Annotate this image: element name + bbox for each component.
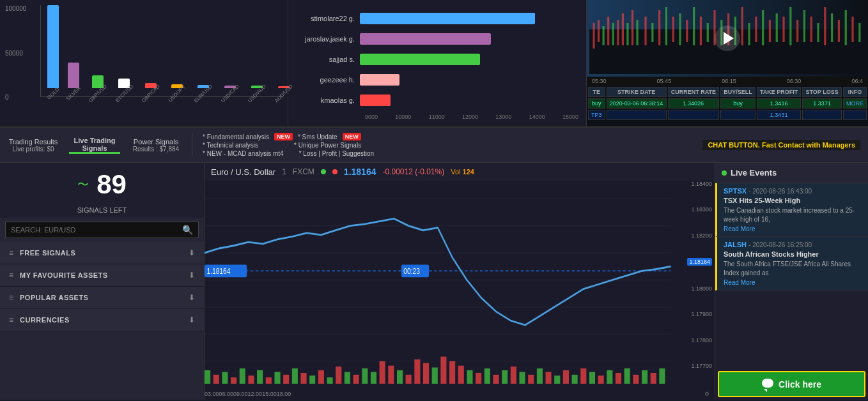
svg-rect-11 — [644, 17, 646, 45]
svg-rect-27 — [755, 17, 757, 42]
chart-vol: Vol 124 — [451, 168, 474, 176]
svg-rect-95 — [589, 372, 595, 384]
svg-rect-74 — [406, 375, 412, 384]
arrow-icon-fav: ⬇ — [189, 271, 195, 280]
hbar-track — [360, 33, 578, 45]
event-ticker-jalsh: JALSH - 2020-08-26 16:25:00 — [724, 241, 862, 248]
sidebar-item-popular[interactable]: ≡ POPULAR ASSETS ⬇ — [0, 287, 204, 309]
svg-rect-12 — [651, 23, 653, 42]
svg-rect-9 — [632, 10, 633, 45]
chart-y-axis: 1.18400 1.18300 1.18200 1.18164 1.18000 … — [676, 181, 715, 369]
feature-loss: * Loss | Profit | Suggestion — [299, 150, 374, 157]
bar-item: BTC/USD — [113, 79, 136, 96]
svg-rect-90 — [546, 372, 552, 384]
svg-rect-1 — [593, 23, 594, 49]
svg-rect-98 — [616, 373, 621, 384]
svg-rect-33 — [796, 20, 798, 42]
chart-settings-icon[interactable]: ⚙ — [704, 391, 709, 397]
chat-banner[interactable]: CHAT BUTTON. Fast Contact with Managers — [702, 140, 860, 150]
svg-rect-68 — [353, 375, 359, 384]
svg-rect-60 — [283, 375, 289, 384]
bar-item: GBP/CAD — [139, 83, 162, 96]
svg-rect-38 — [831, 13, 833, 42]
svg-rect-52 — [213, 375, 219, 384]
search-bar[interactable]: 🔍 — [5, 222, 199, 238]
svg-rect-61 — [292, 368, 298, 384]
bar-item: GOLD — [46, 5, 61, 96]
hbar-row: jaroslav.jasek g. — [296, 32, 578, 46]
svg-rect-85 — [502, 370, 508, 384]
svg-rect-77 — [432, 368, 438, 384]
event-body-sptsx: The Canadian stock market increased to a… — [724, 206, 862, 224]
signal-table-row: buy 2020-03-06 06:38:14 1.34026 buy 1.34… — [588, 98, 867, 109]
new-badge-2: NEW — [343, 133, 361, 140]
top-section: 100000 50000 0 GOLDSILVERGBP/USDBTC/USDG… — [0, 0, 868, 128]
svg-rect-3 — [603, 26, 605, 45]
click-here-button[interactable]: Click here — [718, 371, 865, 397]
hbar-row: geezeee h. — [296, 73, 578, 87]
sidebar-item-currencies[interactable]: ≡ CURRENCIES ⬇ — [0, 309, 204, 331]
svg-rect-16 — [679, 13, 681, 45]
svg-rect-79 — [449, 361, 455, 384]
svg-rect-65 — [327, 377, 333, 384]
svg-rect-66 — [336, 367, 341, 384]
svg-rect-89 — [537, 368, 543, 384]
svg-rect-53 — [222, 372, 228, 384]
trading-results-block[interactable]: Trading Results Live profits: $0 — [8, 138, 59, 153]
bar-item: SILVER — [65, 63, 82, 96]
play-button[interactable] — [715, 26, 740, 51]
svg-rect-32 — [789, 7, 791, 45]
svg-rect-54 — [231, 377, 236, 384]
sidebar-item-my-favourite[interactable]: ≡ MY FAVOURITE ASSETS ⬇ — [0, 264, 204, 287]
svg-rect-80 — [458, 366, 464, 384]
live-trading-signals-block[interactable]: Live TradingSignals — [69, 137, 120, 154]
search-icon[interactable]: 🔍 — [182, 225, 193, 235]
svg-rect-36 — [817, 23, 819, 42]
svg-rect-70 — [371, 372, 376, 384]
bar-item: EUR/USD — [192, 85, 215, 96]
read-more-jalsh[interactable]: Read More — [724, 279, 862, 286]
right-panel: Live Events SPTSX - 2020-08-26 16:43:00 … — [715, 163, 868, 400]
feature-technical: * Technical analysis — [203, 142, 258, 149]
event-ticker-sptsx: SPTSX - 2020-08-26 16:43:00 — [724, 187, 862, 195]
sidebar-item-free-signals[interactable]: ≡ FREE SIGNALS ⬇ — [0, 242, 204, 264]
read-more-sptsx[interactable]: Read More — [724, 225, 862, 232]
svg-rect-99 — [624, 368, 630, 384]
chart-dot-green — [321, 169, 326, 174]
svg-rect-101 — [642, 370, 647, 384]
svg-rect-87 — [519, 372, 525, 384]
svg-rect-41 — [851, 17, 853, 42]
bar-item: USD/CAD — [219, 86, 242, 96]
event-headline-jalsh: South African Stocks Higher — [724, 250, 862, 258]
hbar-fill — [360, 95, 391, 106]
signal-table: TE STRIKE DATE CURRENT RATE BUY/SELL TAK… — [587, 86, 868, 121]
feature-sms: * Sms Update — [298, 133, 337, 140]
svg-rect-51 — [205, 370, 210, 384]
svg-rect-97 — [607, 370, 612, 384]
hbar-fill — [360, 74, 399, 86]
live-events-title: Live Events — [731, 168, 777, 178]
search-input[interactable] — [11, 226, 182, 234]
hbar-track — [360, 13, 578, 24]
power-signals-block[interactable]: Power Signals Results : $7,884 — [130, 138, 182, 153]
arrow-icon-currencies: ⬇ — [189, 315, 195, 324]
new-badge-1: NEW — [274, 133, 293, 140]
hbar-section: stimolare22 g.jaroslav.jasek g.sajjad s.… — [288, 0, 587, 126]
svg-rect-4 — [607, 17, 609, 45]
hbar-row: kmaolas g. — [296, 93, 578, 107]
arrow-icon-popular: ⬇ — [189, 293, 195, 302]
bar-label: GOLD — [46, 86, 60, 100]
signal-table-row-2: TP3 1.3431 — [588, 110, 867, 120]
chart-timeframe: 1 — [282, 167, 286, 176]
svg-rect-13 — [658, 10, 660, 45]
svg-text:1.18164: 1.18164 — [206, 267, 231, 275]
svg-rect-58 — [266, 377, 272, 384]
hbar-track — [360, 95, 578, 106]
bar-item: USD/AUD — [245, 86, 268, 96]
svg-rect-42 — [858, 23, 860, 42]
svg-rect-91 — [554, 375, 560, 384]
menu-icon-popular: ≡ — [9, 293, 13, 302]
svg-rect-6 — [617, 20, 619, 45]
svg-rect-29 — [769, 20, 771, 42]
hbar-fill — [360, 13, 535, 24]
